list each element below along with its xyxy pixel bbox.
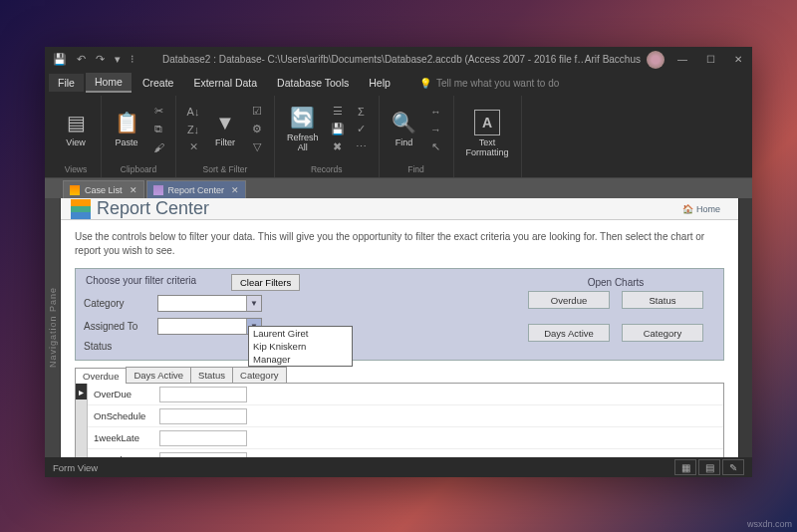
- ribbon-group-text-formatting: A Text Formatting: [454, 96, 522, 177]
- totals-icon[interactable]: Σ: [353, 104, 371, 120]
- intro-text: Use the controls below to filter your da…: [61, 220, 738, 268]
- format-painter-icon[interactable]: 🖌: [149, 139, 167, 155]
- form-view-button[interactable]: ▦: [674, 459, 696, 475]
- undo-icon[interactable]: ↶: [77, 53, 86, 66]
- filter-button[interactable]: ▼ Filter: [208, 106, 242, 152]
- data-tab-overdue[interactable]: Overdue: [75, 368, 127, 384]
- user-area[interactable]: Arif Bacchus: [585, 51, 668, 69]
- tab-external-data[interactable]: External Data: [184, 74, 266, 92]
- ribbon-group-sort-filter: A↓ Z↓ ⨯ ▼ Filter ☑ ⚙ ▽ Sort & Filter: [176, 96, 275, 177]
- text-formatting-button[interactable]: A Text Formatting: [462, 106, 513, 162]
- ribbon-group-views: ▤ View Views: [51, 96, 102, 177]
- combo-category[interactable]: ▼: [157, 295, 262, 312]
- page-title: Report Center: [97, 198, 209, 219]
- watermark: wsxdn.com: [747, 519, 792, 529]
- delete-record-icon[interactable]: ✖: [329, 139, 347, 155]
- dropdown-option[interactable]: Manager: [249, 353, 352, 366]
- paste-button[interactable]: 📋 Paste: [110, 106, 143, 152]
- row-value-input[interactable]: [159, 452, 247, 458]
- row-label: 1MonthLate: [88, 454, 159, 457]
- sort-asc-icon[interactable]: A↓: [184, 104, 202, 120]
- assigned-to-dropdown-list: Laurent Giret Kip Kniskern Manager: [248, 326, 353, 367]
- select-icon[interactable]: ↖: [427, 139, 445, 155]
- refresh-all-button[interactable]: 🔄 Refresh All: [283, 101, 323, 157]
- view-button[interactable]: ▤ View: [59, 106, 93, 152]
- chart-category-button[interactable]: Category: [622, 324, 703, 342]
- goto-icon[interactable]: →: [427, 122, 445, 137]
- label-category: Category: [84, 298, 151, 309]
- group-label-sortfilter: Sort & Filter: [203, 162, 248, 177]
- doc-tab-report-center[interactable]: Report Center ✕: [146, 180, 247, 198]
- group-label-records: Records: [311, 162, 343, 177]
- clear-filters-button[interactable]: Clear Filters: [231, 274, 300, 291]
- table-row: OnSchedule: [88, 405, 723, 427]
- filter-title: Choose your filter criteria: [84, 273, 231, 291]
- tab-database-tools[interactable]: Database Tools: [268, 74, 358, 92]
- selection-icon[interactable]: ☑: [248, 104, 266, 120]
- navigation-pane-collapsed[interactable]: Navigation Pane: [45, 198, 61, 457]
- tab-file[interactable]: File: [49, 74, 84, 92]
- menu-bar: File Home Create External Data Database …: [45, 72, 752, 94]
- minimize-button[interactable]: —: [668, 47, 696, 72]
- redo-icon[interactable]: ↷: [96, 53, 105, 66]
- row-value-input[interactable]: [159, 408, 247, 424]
- new-record-icon[interactable]: ☰: [329, 104, 347, 120]
- table-row: 1weekLate: [88, 427, 723, 449]
- search-icon: 🔍: [392, 110, 417, 135]
- datasheet-view-button[interactable]: ▤: [698, 459, 720, 475]
- save-record-icon[interactable]: 💾: [329, 122, 347, 137]
- chart-status-button[interactable]: Status: [622, 291, 703, 309]
- ribbon: ▤ View Views 📋 Paste ✂ ⧉ 🖌 Clipboard: [45, 94, 752, 178]
- chart-overdue-button[interactable]: Overdue: [528, 291, 610, 309]
- copy-icon[interactable]: ⧉: [149, 122, 167, 137]
- maximize-button[interactable]: ☐: [696, 47, 724, 72]
- row-value-input[interactable]: [159, 430, 247, 446]
- tab-help[interactable]: Help: [360, 74, 399, 92]
- layout-view-button[interactable]: ✎: [722, 459, 744, 475]
- close-tab-icon[interactable]: ✕: [130, 185, 137, 195]
- replace-icon[interactable]: ↔: [427, 104, 445, 120]
- row-value-input[interactable]: [159, 387, 247, 402]
- form-icon: [153, 185, 163, 195]
- title-bar: 💾 ↶ ↷ ▾ ⁝ Database2 : Database- C:\Users…: [45, 47, 752, 72]
- cut-icon[interactable]: ✂: [149, 104, 167, 120]
- advanced-icon[interactable]: ⚙: [248, 122, 266, 137]
- tell-me-search[interactable]: 💡 Tell me what you want to do: [419, 78, 559, 89]
- label-status: Status: [84, 341, 151, 352]
- user-name: Arif Bacchus: [585, 54, 641, 65]
- doc-tab-case-list[interactable]: Case List ✕: [63, 180, 144, 198]
- qat-more-icon[interactable]: ▾: [115, 53, 121, 66]
- label-assigned-to: Assigned To: [84, 321, 151, 332]
- home-link[interactable]: 🏠 Home: [682, 204, 720, 214]
- vertical-scrollbar[interactable]: [738, 198, 752, 457]
- ribbon-group-find: 🔍 Find ↔ → ↖ Find: [380, 96, 454, 177]
- data-rows: OverDue OnSchedule 1weekLate 1MonthLate: [88, 384, 723, 457]
- table-row: OverDue: [88, 384, 723, 405]
- find-button[interactable]: 🔍 Find: [388, 106, 421, 152]
- row-label: 1weekLate: [88, 432, 159, 443]
- data-tab-days-active[interactable]: Days Active: [126, 367, 191, 383]
- funnel-icon: ▼: [212, 110, 238, 135]
- sort-desc-icon[interactable]: Z↓: [184, 122, 202, 137]
- close-button[interactable]: ✕: [724, 47, 752, 72]
- data-tab-status[interactable]: Status: [190, 367, 233, 383]
- avatar[interactable]: [647, 51, 664, 69]
- combo-assigned-to[interactable]: ▼: [157, 318, 262, 335]
- form-header: Report Center 🏠 Home: [61, 198, 738, 220]
- save-icon[interactable]: 💾: [53, 53, 67, 66]
- dropdown-option[interactable]: Kip Kniskern: [249, 340, 352, 353]
- chart-days-active-button[interactable]: Days Active: [528, 324, 610, 342]
- more-records-icon[interactable]: ⋯: [353, 139, 371, 155]
- expand-icon[interactable]: ▸: [76, 384, 87, 399]
- row-selector-column: ▸: [76, 384, 88, 457]
- dropdown-option[interactable]: Laurent Giret: [249, 327, 352, 340]
- close-tab-icon[interactable]: ✕: [231, 185, 239, 195]
- remove-sort-icon[interactable]: ⨯: [184, 139, 202, 155]
- tab-home[interactable]: Home: [86, 73, 132, 93]
- row-label: OnSchedule: [88, 410, 159, 421]
- toggle-filter-icon[interactable]: ▽: [248, 139, 266, 155]
- tab-create[interactable]: Create: [133, 74, 183, 92]
- chevron-down-icon[interactable]: ▼: [246, 296, 261, 311]
- spelling-icon[interactable]: ✓: [353, 122, 371, 137]
- data-tab-category[interactable]: Category: [232, 367, 287, 383]
